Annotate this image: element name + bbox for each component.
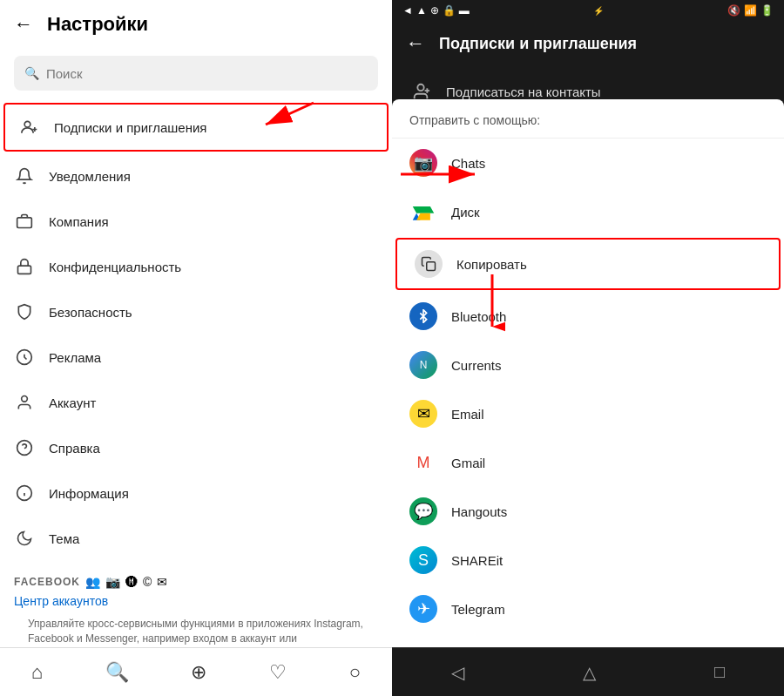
menu-item-ads[interactable]: Реклама xyxy=(0,334,392,380)
accounts-center-link[interactable]: Центр аккаунтов xyxy=(14,589,378,613)
status-lock-icon: 🔒 xyxy=(443,4,456,17)
r-nav-back-icon[interactable]: ◁ xyxy=(451,662,464,683)
battery-icon: 🔋 xyxy=(760,4,774,17)
subscribe-contacts-label: Подписаться на контакты xyxy=(446,84,601,99)
notifications-label: Уведомления xyxy=(49,169,131,184)
copy-label: Копировать xyxy=(456,257,527,272)
battery-charging-icon: ⚡ xyxy=(593,6,604,16)
right-bottom-nav: ◁ △ □ xyxy=(392,647,784,696)
search-bar[interactable]: 🔍 xyxy=(14,56,378,91)
account-label: Аккаунт xyxy=(49,395,96,410)
left-header: ← Настройки xyxy=(0,0,392,49)
r-nav-home-icon[interactable]: △ xyxy=(583,662,596,683)
share-item-gmail[interactable]: M Gmail xyxy=(392,438,784,487)
bluetooth-label: Bluetooth xyxy=(451,309,506,324)
info-label: Информация xyxy=(49,486,129,501)
menu-item-help[interactable]: Справка xyxy=(0,425,392,470)
svg-point-12 xyxy=(417,84,423,91)
share-item-currents[interactable]: N Currents xyxy=(392,341,784,389)
email-icon: ✉ xyxy=(409,400,437,428)
shareit-label: SHAREit xyxy=(451,553,503,568)
facebook-title: FACEBOOK xyxy=(14,576,80,588)
copy-icon xyxy=(415,250,443,278)
left-bottom-nav: ⌂ 🔍 ⊕ ♡ ○ xyxy=(0,647,392,696)
nav-add-icon[interactable]: ⊕ xyxy=(191,661,206,684)
search-input[interactable] xyxy=(46,66,368,81)
facebook-description: Управляйте кросс-сервисными функциями в … xyxy=(14,613,378,647)
chats-icon: 📷 xyxy=(409,149,437,177)
nav-profile-icon[interactable]: ○ xyxy=(349,661,361,684)
volume-icon: 🔇 xyxy=(727,4,740,17)
r-nav-recent-icon[interactable]: □ xyxy=(714,662,725,682)
security-icon xyxy=(14,301,35,322)
share-item-drive[interactable]: Диск xyxy=(392,187,784,236)
drive-label: Диск xyxy=(451,205,480,220)
bluetooth-icon xyxy=(409,302,437,330)
menu-item-company[interactable]: Компания xyxy=(0,199,392,244)
security-label: Безопасность xyxy=(49,305,132,320)
nav-heart-icon[interactable]: ♡ xyxy=(269,661,287,684)
telegram-label: Telegram xyxy=(451,602,505,617)
left-title: Настройки xyxy=(47,13,148,36)
menu-item-security[interactable]: Безопасность xyxy=(0,289,392,334)
svg-point-0 xyxy=(24,121,30,127)
currents-icon: N xyxy=(409,351,437,379)
left-panel: ← Настройки 🔍 Подписки и приглашения Уве… xyxy=(0,0,392,696)
company-label: Компания xyxy=(49,214,109,229)
share-modal-title: Отправить с помощью: xyxy=(392,113,784,139)
back-icon[interactable]: ← xyxy=(14,13,33,36)
svg-rect-1 xyxy=(17,218,32,228)
menu-item-notifications[interactable]: Уведомления xyxy=(0,153,392,199)
chats-label: Chats xyxy=(451,156,485,171)
share-item-hangouts[interactable]: 💬 Hangouts xyxy=(392,487,784,536)
share-item-copy[interactable]: Копировать xyxy=(395,238,781,290)
company-icon xyxy=(14,211,35,232)
menu-item-theme[interactable]: Тема xyxy=(0,516,392,561)
status-right: 🔇 📶 🔋 xyxy=(727,4,774,17)
share-modal: Отправить с помощью: 📷 Chats Диск xyxy=(392,99,784,647)
hangouts-label: Hangouts xyxy=(451,504,507,519)
search-icon: 🔍 xyxy=(24,66,39,80)
help-icon xyxy=(14,437,35,458)
left-menu-list: Подписки и приглашения Уведомления Компа… xyxy=(0,101,392,647)
theme-icon xyxy=(14,528,35,549)
ads-label: Реклама xyxy=(49,350,101,365)
svg-rect-2 xyxy=(18,266,31,274)
status-left: ◄ ▲ ⊕ 🔒 ▬ xyxy=(402,4,470,17)
menu-item-account[interactable]: Аккаунт xyxy=(0,380,392,425)
svg-rect-20 xyxy=(427,262,436,271)
status-bar-icon: ▬ xyxy=(459,4,470,17)
gmail-icon: M xyxy=(409,449,437,476)
telegram-icon: ✈ xyxy=(409,595,437,623)
notifications-icon xyxy=(14,166,35,186)
hangouts-icon: 💬 xyxy=(409,497,437,525)
info-icon xyxy=(14,483,35,503)
help-label: Справка xyxy=(49,441,100,456)
subscriptions-icon xyxy=(19,117,40,138)
share-item-bluetooth[interactable]: Bluetooth xyxy=(392,292,784,341)
shareit-icon: S xyxy=(409,546,437,574)
menu-item-subscriptions[interactable]: Подписки и приглашения xyxy=(3,103,389,152)
account-icon xyxy=(14,392,35,413)
facebook-section: FACEBOOK 👥 📷 🅜 © ✉ Центр аккаунтов Управ… xyxy=(0,561,392,647)
right-back-icon[interactable]: ← xyxy=(406,32,425,55)
drive-icon xyxy=(409,198,437,226)
nav-home-icon[interactable]: ⌂ xyxy=(31,661,43,684)
share-item-chats[interactable]: 📷 Chats xyxy=(392,139,784,187)
subscriptions-label: Подписки и приглашения xyxy=(54,120,206,135)
status-usb-icon: ⊕ xyxy=(430,4,439,17)
nav-search-icon[interactable]: 🔍 xyxy=(105,661,129,684)
ads-icon xyxy=(14,347,35,368)
share-item-telegram[interactable]: ✈ Telegram xyxy=(392,585,784,633)
right-title: Подписки и приглашения xyxy=(439,35,637,53)
share-item-email[interactable]: ✉ Email xyxy=(392,389,784,438)
status-bar: ◄ ▲ ⊕ 🔒 ▬ ⚡ 🔇 📶 🔋 xyxy=(392,0,784,21)
status-signal-icon: ▲ xyxy=(416,4,427,17)
svg-point-4 xyxy=(22,396,28,402)
email-label: Email xyxy=(451,407,484,422)
menu-item-privacy[interactable]: Конфиденциальность xyxy=(0,244,392,289)
right-panel: ◄ ▲ ⊕ 🔒 ▬ ⚡ 🔇 📶 🔋 ← Подписки и приглашен… xyxy=(392,0,784,696)
share-item-shareit[interactable]: S SHAREit xyxy=(392,536,784,585)
right-header: ← Подписки и приглашения xyxy=(392,21,784,66)
menu-item-info[interactable]: Информация xyxy=(0,470,392,516)
